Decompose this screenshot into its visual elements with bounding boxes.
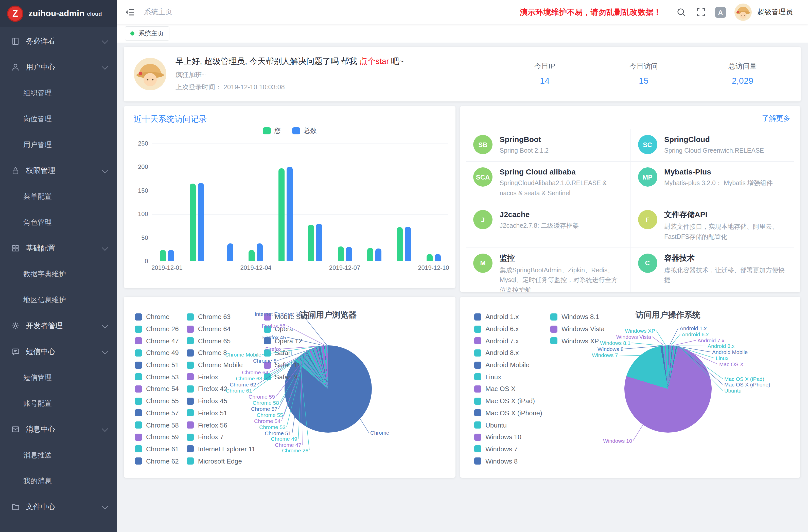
legend-item[interactable]: Ubuntu (474, 419, 542, 431)
legend-item[interactable]: Chrome 49 (135, 347, 179, 359)
legend-item[interactable]: 您 (262, 126, 281, 135)
tech-title: 容器技术 (664, 254, 787, 263)
legend-item[interactable]: Firefox 7 (187, 431, 255, 443)
x-axis-label: 2019-12-04 (240, 264, 271, 271)
bar[interactable] (426, 254, 433, 261)
legend-item[interactable]: Chrome 63 (187, 311, 255, 323)
legend-item[interactable]: Chrome 58 (135, 419, 179, 431)
legend-item[interactable]: Windows 10 (474, 431, 542, 443)
logo[interactable]: Z zuihou-admin cloud (0, 0, 117, 27)
legend-item[interactable]: Android 6.x (474, 323, 542, 335)
legend-item[interactable]: Mac OS X (iPhone) (474, 407, 542, 419)
sidebar-subitem[interactable]: 菜单配置 (0, 184, 117, 209)
legend-item[interactable]: Windows Vista (550, 323, 605, 335)
bar[interactable] (219, 261, 225, 261)
hamburger-icon[interactable] (125, 7, 135, 17)
sidebar-subitem[interactable]: 我的消息 (0, 468, 117, 494)
legend-item[interactable]: Linux (474, 371, 542, 383)
legend-item[interactable]: Chrome 51 (135, 359, 179, 371)
sidebar-subitem[interactable]: 地区信息维护 (0, 287, 117, 313)
legend-item[interactable]: Chrome 64 (187, 323, 255, 335)
chevron-down-icon (102, 322, 108, 328)
sidebar-item[interactable]: 开发者管理 (0, 313, 117, 339)
sidebar-item[interactable]: 基础配置 (0, 235, 117, 261)
tab-home[interactable]: 系统主页 (125, 26, 169, 41)
legend-item[interactable]: Chrome (135, 311, 179, 323)
legend-item[interactable]: Windows 7 (474, 443, 542, 455)
sidebar-item[interactable]: 权限管理 (0, 158, 117, 184)
search-icon[interactable] (676, 6, 687, 18)
bar[interactable] (189, 184, 196, 261)
bar[interactable] (375, 249, 382, 261)
legend-item[interactable]: Chrome 26 (135, 323, 179, 335)
username[interactable]: 超级管理员 (757, 7, 793, 17)
sidebar-subitem[interactable]: 角色管理 (0, 209, 117, 235)
legend-item[interactable]: Mac OS X (474, 383, 542, 395)
bar[interactable] (435, 254, 441, 261)
bar[interactable] (316, 224, 322, 261)
bar[interactable] (346, 247, 352, 261)
learn-more-link[interactable]: 了解更多 (762, 114, 790, 123)
bar[interactable] (278, 168, 284, 261)
legend-item[interactable]: Firefox 56 (187, 419, 255, 431)
legend-item[interactable]: Chrome 53 (135, 371, 179, 383)
legend-item[interactable]: Mac OS X (iPad) (474, 395, 542, 407)
sidebar-subitem[interactable]: 短信管理 (0, 365, 117, 390)
legend-item[interactable]: Android Mobile (474, 359, 542, 371)
bar[interactable] (257, 243, 263, 261)
bar[interactable] (249, 250, 255, 261)
sidebar-subitem[interactable]: 消息推送 (0, 442, 117, 468)
bar[interactable] (367, 248, 373, 261)
bar[interactable] (227, 243, 233, 261)
tech-badge: SCA (473, 168, 493, 187)
legend-item[interactable]: Chrome 61 (135, 443, 179, 455)
stat-value[interactable]: 2,029 (725, 76, 760, 86)
legend-item[interactable]: Safari 9 (263, 371, 313, 383)
star-link[interactable]: 点个star (359, 57, 389, 66)
sidebar-item[interactable]: 文件中心 (0, 494, 117, 520)
bar[interactable] (397, 227, 403, 261)
sidebar-item[interactable]: 务必详看 (0, 29, 117, 54)
legend-item[interactable]: Chrome 54 (135, 383, 179, 395)
bar[interactable] (308, 224, 314, 261)
os-pie[interactable] (624, 345, 712, 433)
sidebar-item[interactable]: 消息中心 (0, 416, 117, 442)
legend-item[interactable]: Chrome 65 (187, 335, 255, 347)
legend-item[interactable]: Chrome 62 (135, 455, 179, 467)
legend-item[interactable]: Android 7.x (474, 335, 542, 347)
sidebar-item[interactable]: 短信中心 (0, 339, 117, 365)
legend-item[interactable]: Chrome 57 (135, 407, 179, 419)
legend-item[interactable]: Windows 8 (474, 455, 542, 467)
legend-item[interactable]: Microsoft Edge (187, 455, 255, 467)
bar[interactable] (287, 167, 293, 261)
bar[interactable] (337, 246, 344, 261)
bar[interactable] (198, 183, 204, 261)
bar[interactable] (405, 227, 411, 261)
legend-item[interactable]: Android 1.x (474, 311, 542, 323)
breadcrumb[interactable]: 系统主页 (144, 7, 172, 17)
stat-value[interactable]: 15 (626, 76, 661, 86)
sidebar-subitem[interactable]: 组织管理 (0, 80, 117, 106)
legend-item[interactable]: Internet Explorer 11 (187, 443, 255, 455)
sidebar-subitem[interactable]: 用户管理 (0, 132, 117, 158)
legend-item[interactable]: Chrome 55 (135, 395, 179, 407)
avatar[interactable] (734, 3, 752, 21)
stat-value[interactable]: 14 (527, 76, 563, 86)
legend-item[interactable]: Firefox 51 (187, 407, 255, 419)
sidebar-subitem[interactable]: 账号配置 (0, 390, 117, 416)
bar[interactable] (168, 250, 174, 261)
legend-item[interactable]: Chrome 59 (135, 431, 179, 443)
legend-item[interactable]: Android 8.x (474, 347, 542, 359)
legend-item[interactable]: Windows XP (550, 335, 605, 347)
legend-item[interactable]: Windows 8.1 (550, 311, 605, 323)
sidebar-subitem[interactable]: 岗位管理 (0, 106, 117, 132)
sidebar-item[interactable]: 用户中心 (0, 54, 117, 80)
bar[interactable] (160, 250, 166, 261)
font-size-icon[interactable]: A (715, 7, 726, 18)
pie-callout-label: Chrome 58 (253, 400, 279, 406)
sidebar-subitem[interactable]: 数据字典维护 (0, 261, 117, 287)
fullscreen-icon[interactable] (695, 6, 706, 18)
legend-item[interactable]: 总数 (292, 126, 317, 135)
legend-item[interactable]: Firefox 45 (187, 395, 255, 407)
legend-item[interactable]: Chrome 47 (135, 335, 179, 347)
